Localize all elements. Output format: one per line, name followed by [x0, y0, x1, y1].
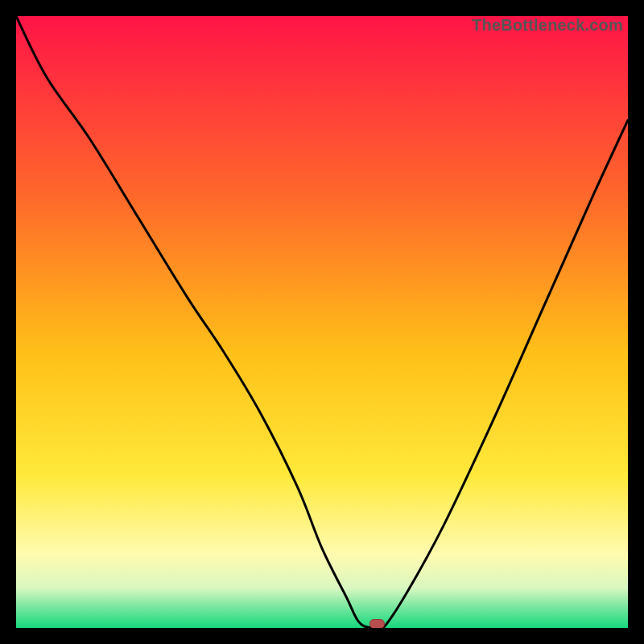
bottleneck-curve [16, 16, 628, 628]
chart-frame: TheBottleneck.com [0, 0, 644, 644]
plot-area: TheBottleneck.com [16, 16, 628, 628]
optimal-point-marker [369, 620, 384, 629]
plot-svg [16, 16, 628, 628]
watermark-text: TheBottleneck.com [472, 16, 623, 35]
svg-rect-1 [369, 620, 384, 629]
